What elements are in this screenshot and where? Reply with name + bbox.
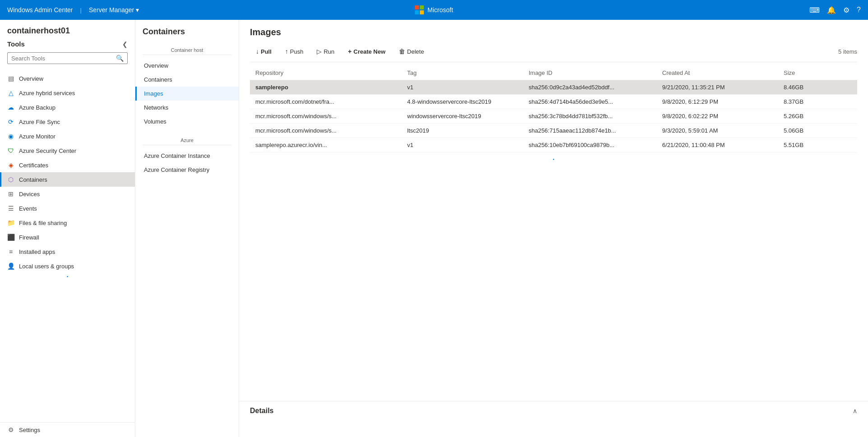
run-label: Run [323, 48, 334, 55]
table-scroll-indicator: ● [250, 156, 857, 162]
azure-monitor-icon: ◉ [7, 133, 14, 140]
table-row[interactable]: mcr.microsoft.com/windows/s... ltsc2019 … [250, 124, 857, 138]
settings-icon: ⚙ [7, 426, 14, 433]
sidebar-header: containerhost01 Tools ❮ 🔍 [0, 20, 135, 71]
sub-nav-item-images[interactable]: Images [135, 87, 239, 101]
sub-nav-label: Images [144, 90, 163, 97]
run-button[interactable]: ▷ Run [311, 45, 340, 58]
sidebar-item-files-sharing[interactable]: 📁 Files & file sharing [0, 216, 135, 230]
sidebar-item-containers[interactable]: ⬡ Containers [0, 172, 135, 187]
sidebar-item-devices[interactable]: ⊞ Devices [0, 187, 135, 201]
col-header-image-id: Image ID [523, 66, 657, 80]
col-header-size: Size [778, 66, 857, 80]
sub-nav-label: Volumes [144, 118, 166, 125]
sub-nav-item-overview[interactable]: Overview [135, 59, 239, 73]
sidebar-item-label: Containers [19, 176, 47, 183]
col-header-repository: Repository [250, 66, 402, 80]
cell-image-id: sha256:3c78bd4dd781bf532fb... [523, 109, 657, 124]
create-new-button[interactable]: + Create New [342, 45, 391, 58]
cell-created-at: 9/21/2020, 11:35:21 PM [657, 80, 778, 95]
pull-button[interactable]: ↓ Pull [250, 45, 277, 58]
tools-label: Tools ❮ [7, 40, 128, 48]
sidebar-item-label: Events [19, 205, 37, 212]
cell-image-id: sha256:10eb7bf69100ca9879b... [523, 138, 657, 152]
help-icon-btn[interactable]: ? [857, 6, 861, 14]
sidebar-item-label: Azure Security Center [19, 147, 76, 154]
details-collapse-btn[interactable]: ∧ [853, 407, 857, 414]
events-icon: ☰ [7, 205, 14, 212]
sidebar-item-label: Firewall [19, 234, 39, 241]
table-row[interactable]: samplerepo.azurecr.io/vin... v1 sha256:1… [250, 138, 857, 152]
cell-image-id: sha256:0d9c2a43ad4ed52bddf... [523, 80, 657, 95]
chevron-down-icon: ▾ [136, 6, 139, 14]
search-box: 🔍 [7, 52, 128, 64]
firewall-icon: ⬛ [7, 234, 14, 241]
sidebar-item-azure-hybrid[interactable]: △ Azure hybrid services [0, 86, 135, 100]
cell-repository: mcr.microsoft.com/windows/s... [250, 109, 402, 124]
microsoft-logo [415, 5, 424, 14]
push-label: Push [290, 48, 304, 55]
sidebar-item-azure-security[interactable]: 🛡 Azure Security Center [0, 143, 135, 158]
images-table: Repository Tag Image ID Created At Size … [250, 66, 857, 152]
sub-nav-item-networks[interactable]: Networks [135, 101, 239, 115]
settings-icon-btn[interactable]: ⚙ [843, 6, 850, 14]
cell-size: 5.26GB [778, 109, 857, 124]
items-count: 5 items [838, 48, 857, 55]
sub-nav-label: Networks [144, 104, 168, 111]
sidebar-item-installed-apps[interactable]: ≡ Installed apps [0, 244, 135, 259]
topbar-center: Microsoft [415, 5, 453, 14]
cell-image-id: sha256:715aaeac112db874e1b... [523, 124, 657, 138]
sidebar-item-certificates[interactable]: ◈ Certificates [0, 158, 135, 172]
table-row[interactable]: mcr.microsoft.com/dotnet/fra... 4.8-wind… [250, 95, 857, 109]
sub-nav-divider-1 [143, 55, 231, 55]
notification-bell-btn[interactable]: 🔔 [827, 6, 836, 14]
overview-icon: ▤ [7, 75, 14, 82]
sub-nav-label: Containers [144, 76, 172, 83]
sidebar-item-azure-monitor[interactable]: ◉ Azure Monitor [0, 129, 135, 143]
cell-created-at: 9/3/2020, 5:59:01 AM [657, 124, 778, 138]
sidebar-collapse-btn[interactable]: ❮ [122, 41, 128, 48]
topbar-left: Windows Admin Center | Server Manager ▾ [7, 6, 139, 14]
sidebar-item-settings[interactable]: ⚙ Settings [0, 422, 135, 437]
topbar: Windows Admin Center | Server Manager ▾ … [0, 0, 868, 20]
cell-created-at: 6/21/2020, 11:00:48 PM [657, 138, 778, 152]
sub-nav-divider-2 [143, 145, 231, 145]
sidebar: containerhost01 Tools ❮ 🔍 ▤ Overview △ A… [0, 20, 135, 437]
sidebar-item-label: Azure Monitor [19, 133, 55, 140]
cell-tag: v1 [402, 80, 523, 95]
microsoft-label: Microsoft [428, 6, 453, 14]
sidebar-item-azure-backup[interactable]: ☁ Azure Backup [0, 100, 135, 115]
sidebar-item-overview[interactable]: ▤ Overview [0, 71, 135, 86]
cell-created-at: 9/8/2020, 6:02:22 PM [657, 109, 778, 124]
sidebar-item-local-users[interactable]: 👤 Local users & groups [0, 259, 135, 273]
sidebar-item-azure-file-sync[interactable]: ⟳ Azure File Sync [0, 115, 135, 129]
table-row[interactable]: mcr.microsoft.com/windows/s... windowsse… [250, 109, 857, 124]
delete-button[interactable]: 🗑 Delete [393, 45, 430, 58]
cell-size: 8.46GB [778, 80, 857, 95]
sidebar-item-events[interactable]: ☰ Events [0, 201, 135, 216]
sub-nav-item-acr[interactable]: Azure Container Registry [135, 163, 239, 177]
terminal-icon-btn[interactable]: ⌨ [809, 6, 820, 14]
cell-tag: ltsc2019 [402, 124, 523, 138]
content-area: Containers Container host Overview Conta… [135, 20, 868, 437]
search-icon-btn[interactable]: 🔍 [116, 55, 124, 62]
sidebar-item-label: Local users & groups [19, 263, 74, 270]
sidebar-item-label: Certificates [19, 162, 48, 169]
server-manager-label: Server Manager [89, 6, 134, 14]
table-header-row: Repository Tag Image ID Created At Size [250, 66, 857, 80]
sidebar-item-firewall[interactable]: ⬛ Firewall [0, 230, 135, 244]
details-title: Details [250, 407, 273, 415]
push-button[interactable]: ↑ Push [279, 45, 309, 58]
sub-nav-title: Containers [135, 27, 239, 44]
sub-nav-item-aci[interactable]: Azure Container Instance [135, 149, 239, 163]
server-manager-btn[interactable]: Server Manager ▾ [89, 6, 139, 14]
create-new-icon: + [348, 48, 351, 55]
files-icon: 📁 [7, 219, 14, 226]
cell-repository: samplerepo [250, 80, 402, 95]
table-row[interactable]: samplerepo v1 sha256:0d9c2a43ad4ed52bddf… [250, 80, 857, 95]
cell-size: 5.06GB [778, 124, 857, 138]
sub-nav-item-containers[interactable]: Containers [135, 73, 239, 87]
search-input[interactable] [11, 55, 116, 62]
sub-nav-item-volumes[interactable]: Volumes [135, 115, 239, 129]
server-name-label: containerhost01 [7, 26, 128, 36]
